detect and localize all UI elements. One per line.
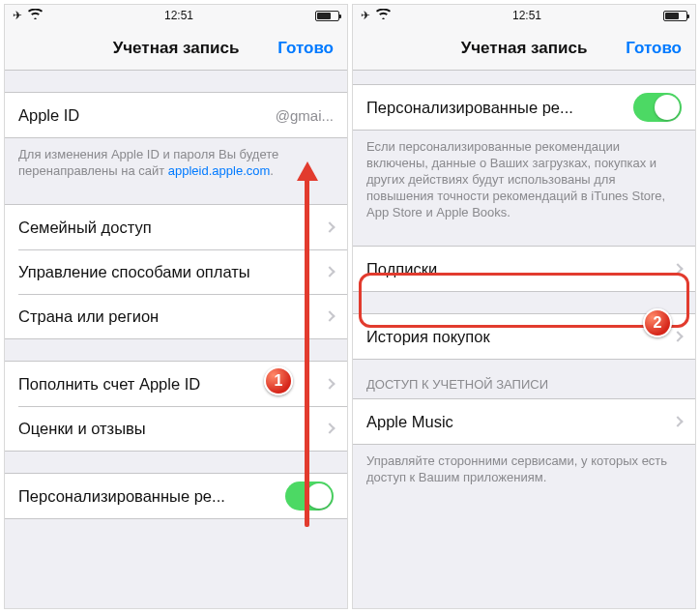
- account-access-footer: Управляйте сторонними сервисами, у котор…: [353, 445, 695, 497]
- airplane-icon: ✈︎: [13, 9, 22, 22]
- personalized-row[interactable]: Персонализированные ре...: [5, 474, 347, 518]
- chevron-right-icon: [672, 331, 683, 341]
- apple-music-row[interactable]: Apple Music: [353, 399, 695, 444]
- subscriptions-row[interactable]: Подписки: [353, 247, 695, 291]
- wifi-icon: [28, 9, 43, 22]
- chevron-right-icon: [672, 416, 683, 426]
- status-bar: ✈︎ 12:51: [353, 5, 695, 26]
- content-right: Персонализированные ре... Если персонали…: [353, 71, 695, 608]
- appleid-link[interactable]: appleid.apple.com: [168, 163, 271, 178]
- done-button[interactable]: Готово: [626, 39, 682, 58]
- battery-icon: [315, 11, 339, 21]
- chevron-right-icon: [324, 221, 335, 232]
- content-left: Apple ID @gmai... Для изменения Apple ID…: [5, 71, 347, 608]
- airplane-icon: ✈︎: [361, 9, 370, 22]
- purchase-history-row[interactable]: История покупок: [353, 314, 695, 359]
- done-button[interactable]: Готово: [277, 39, 334, 58]
- personalized-toggle[interactable]: [633, 93, 682, 122]
- chevron-right-icon: [324, 423, 335, 433]
- account-access-header: ДОСТУП К УЧЕТНОЙ ЗАПИСИ: [353, 360, 695, 398]
- payment-methods-row[interactable]: Управление способами оплаты: [5, 249, 347, 294]
- country-region-row[interactable]: Страна или регион: [5, 294, 347, 338]
- chevron-right-icon: [324, 266, 335, 277]
- apple-id-row[interactable]: Apple ID @gmai...: [5, 93, 347, 137]
- status-bar: ✈︎ 12:51: [5, 5, 347, 26]
- apple-id-value: @gmai...: [276, 107, 334, 124]
- personalized-toggle[interactable]: [285, 482, 334, 511]
- ratings-reviews-row[interactable]: Оценки и отзывы: [5, 406, 347, 451]
- screen-left: ✈︎ 12:51 Учетная запись Готово Apple ID …: [4, 4, 348, 609]
- apple-id-label: Apple ID: [18, 106, 276, 125]
- chevron-right-icon: [324, 378, 335, 389]
- topup-row[interactable]: Пополнить счет Apple ID: [5, 362, 347, 406]
- personalized-footer: Если персонализированные рекомендации вк…: [353, 131, 695, 232]
- status-time: 12:51: [164, 9, 193, 22]
- page-title: Учетная запись: [461, 39, 588, 58]
- apple-id-footer: Для изменения Apple ID и пароля Вы будет…: [5, 138, 347, 190]
- wifi-icon: [376, 9, 391, 22]
- nav-bar: Учетная запись Готово: [353, 26, 695, 71]
- battery-icon: [663, 11, 687, 21]
- status-time: 12:51: [512, 9, 541, 22]
- screen-right: ✈︎ 12:51 Учетная запись Готово Персонали…: [352, 4, 696, 609]
- chevron-right-icon: [324, 310, 335, 321]
- nav-bar: Учетная запись Готово: [5, 26, 347, 71]
- personalized-row[interactable]: Персонализированные ре...: [353, 85, 695, 130]
- page-title: Учетная запись: [113, 39, 240, 58]
- chevron-right-icon: [672, 263, 683, 274]
- family-sharing-row[interactable]: Семейный доступ: [5, 205, 347, 249]
